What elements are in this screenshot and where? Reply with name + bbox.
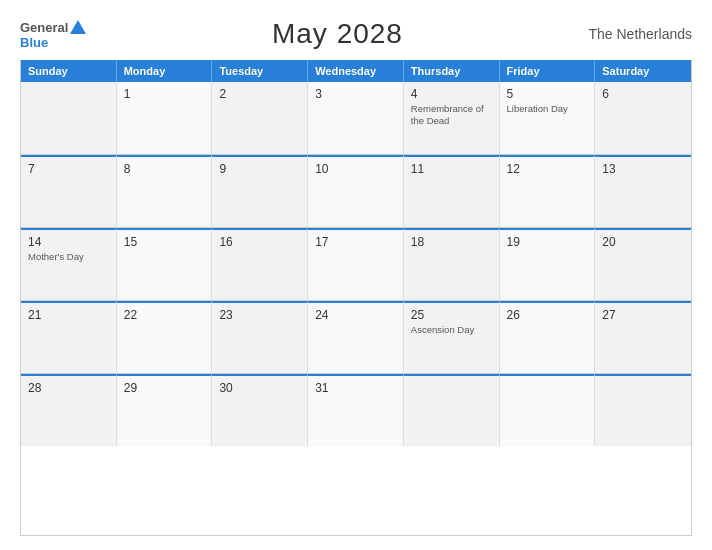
calendar-page: General Blue May 2028 The Netherlands Su…	[0, 0, 712, 550]
event-label: Ascension Day	[411, 324, 492, 336]
calendar-cell: 7	[21, 155, 117, 227]
event-label: Remembrance of the Dead	[411, 103, 492, 128]
day-number: 22	[124, 308, 205, 322]
day-number: 3	[315, 87, 396, 101]
country-label: The Netherlands	[588, 26, 692, 42]
month-title: May 2028	[272, 18, 403, 50]
calendar-week: 2122232425Ascension Day2627	[21, 301, 691, 374]
day-number: 6	[602, 87, 684, 101]
calendar-cell: 24	[308, 301, 404, 373]
calendar-week: 78910111213	[21, 155, 691, 228]
calendar-cell: 18	[404, 228, 500, 300]
day-number: 13	[602, 162, 684, 176]
day-number: 15	[124, 235, 205, 249]
calendar-header-cell: Wednesday	[308, 60, 404, 82]
calendar-cell: 21	[21, 301, 117, 373]
calendar-cell: 20	[595, 228, 691, 300]
calendar-cell: 29	[117, 374, 213, 446]
day-number: 4	[411, 87, 492, 101]
calendar: SundayMondayTuesdayWednesdayThursdayFrid…	[20, 60, 692, 536]
calendar-header-cell: Monday	[117, 60, 213, 82]
event-label: Liberation Day	[507, 103, 588, 115]
logo-blue-text: Blue	[20, 36, 48, 49]
day-number: 19	[507, 235, 588, 249]
calendar-cell	[500, 374, 596, 446]
event-label: Mother's Day	[28, 251, 109, 263]
calendar-cell: 1	[117, 82, 213, 154]
calendar-cell: 10	[308, 155, 404, 227]
day-number: 25	[411, 308, 492, 322]
day-number: 1	[124, 87, 205, 101]
calendar-cell: 27	[595, 301, 691, 373]
logo-general-text: General	[20, 21, 68, 34]
calendar-cell: 14Mother's Day	[21, 228, 117, 300]
calendar-header-cell: Saturday	[595, 60, 691, 82]
calendar-cell: 12	[500, 155, 596, 227]
day-number: 26	[507, 308, 588, 322]
header: General Blue May 2028 The Netherlands	[20, 18, 692, 50]
day-number: 30	[219, 381, 300, 395]
calendar-cell: 11	[404, 155, 500, 227]
calendar-cell: 2	[212, 82, 308, 154]
calendar-cell: 22	[117, 301, 213, 373]
day-number: 5	[507, 87, 588, 101]
calendar-cell: 4Remembrance of the Dead	[404, 82, 500, 154]
calendar-cell: 9	[212, 155, 308, 227]
day-number: 7	[28, 162, 109, 176]
calendar-cell: 30	[212, 374, 308, 446]
day-number: 10	[315, 162, 396, 176]
calendar-header-cell: Friday	[500, 60, 596, 82]
day-number: 21	[28, 308, 109, 322]
day-number: 29	[124, 381, 205, 395]
calendar-cell: 19	[500, 228, 596, 300]
day-number: 20	[602, 235, 684, 249]
calendar-cell: 15	[117, 228, 213, 300]
calendar-cell: 8	[117, 155, 213, 227]
calendar-cell	[404, 374, 500, 446]
day-number: 24	[315, 308, 396, 322]
calendar-header-cell: Thursday	[404, 60, 500, 82]
day-number: 14	[28, 235, 109, 249]
calendar-header-cell: Tuesday	[212, 60, 308, 82]
calendar-cell: 31	[308, 374, 404, 446]
day-number: 17	[315, 235, 396, 249]
calendar-cell: 17	[308, 228, 404, 300]
calendar-body: 1234Remembrance of the Dead5Liberation D…	[21, 82, 691, 446]
logo: General Blue	[20, 20, 86, 49]
day-number: 28	[28, 381, 109, 395]
calendar-cell: 3	[308, 82, 404, 154]
day-number: 23	[219, 308, 300, 322]
calendar-week: 28293031	[21, 374, 691, 446]
calendar-week: 14Mother's Day151617181920	[21, 228, 691, 301]
day-number: 16	[219, 235, 300, 249]
day-number: 18	[411, 235, 492, 249]
calendar-cell	[595, 374, 691, 446]
calendar-cell: 26	[500, 301, 596, 373]
calendar-cell: 28	[21, 374, 117, 446]
calendar-cell	[21, 82, 117, 154]
day-number: 27	[602, 308, 684, 322]
calendar-cell: 16	[212, 228, 308, 300]
day-number: 31	[315, 381, 396, 395]
calendar-week: 1234Remembrance of the Dead5Liberation D…	[21, 82, 691, 155]
day-number: 11	[411, 162, 492, 176]
day-number: 9	[219, 162, 300, 176]
calendar-cell: 23	[212, 301, 308, 373]
day-number: 12	[507, 162, 588, 176]
logo-triangle-icon	[70, 20, 86, 34]
day-number: 8	[124, 162, 205, 176]
calendar-cell: 6	[595, 82, 691, 154]
calendar-header-row: SundayMondayTuesdayWednesdayThursdayFrid…	[21, 60, 691, 82]
calendar-header-cell: Sunday	[21, 60, 117, 82]
day-number: 2	[219, 87, 300, 101]
calendar-cell: 5Liberation Day	[500, 82, 596, 154]
calendar-cell: 13	[595, 155, 691, 227]
calendar-cell: 25Ascension Day	[404, 301, 500, 373]
